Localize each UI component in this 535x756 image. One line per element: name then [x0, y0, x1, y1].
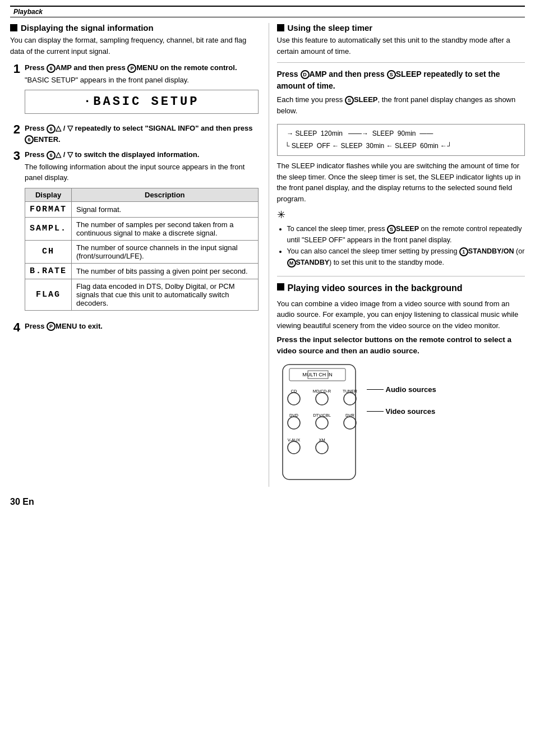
sleep-bullet-1: To cancel the sleep timer, press SSLEEP …	[287, 223, 525, 246]
circle-6-icon: 6	[47, 64, 56, 73]
sleep-press-header: Press DAMP and then press SSLEEP repeate…	[277, 68, 525, 92]
table-display-ch: CH	[25, 240, 72, 263]
audio-sources-label: Audio sources	[367, 385, 436, 394]
page-num-text: 30	[10, 497, 20, 506]
sleep-section-icon	[277, 24, 284, 31]
circle-6c-icon: 6	[25, 135, 34, 144]
page-container: Playback Displaying the signal informati…	[0, 0, 535, 756]
table-col2-header: Description	[72, 188, 258, 201]
step-1-title: Press 6AMP and then press PMENU on the r…	[25, 62, 259, 73]
table-row: CH The number of source channels in the …	[25, 240, 259, 263]
step-3: 3 Press 6△ / ▽ to switch the displayed i…	[10, 149, 259, 316]
signal-section-icon	[10, 24, 17, 31]
circle-s2-icon: S	[345, 96, 354, 105]
remote-svg: MULTI CH IN CD MD/CD-R TUNER DVD DTV/CBL	[277, 362, 367, 485]
table-display-flag: FLAG	[25, 279, 72, 310]
step-3-number: 3	[10, 149, 20, 163]
sleep-section-header: Using the sleep timer	[277, 23, 525, 33]
circle-m-icon: M	[287, 259, 296, 268]
svg-point-9	[344, 393, 356, 405]
svg-point-15	[344, 417, 356, 429]
step-2: 2 Press 6△ / ▽ repeatedly to select "SIG…	[10, 123, 259, 145]
playing-section-title: Playing video sources in the background	[288, 282, 463, 294]
signal-section-title: Displaying the signal information	[21, 23, 154, 33]
step-3-body: The following information about the inpu…	[25, 162, 259, 183]
basic-setup-display: ·BASIC SETUP	[25, 90, 259, 114]
two-col-layout: Displaying the signal information You ca…	[10, 23, 525, 487]
step-1-content: Press 6AMP and then press PMENU on the r…	[25, 62, 259, 118]
svg-point-7	[316, 393, 328, 405]
svg-rect-0	[283, 365, 356, 480]
playing-section-icon	[277, 283, 284, 291]
table-row: FLAG Flag data encoded in DTS, Dolby Dig…	[25, 279, 259, 310]
left-column: Displaying the signal information You ca…	[10, 23, 259, 487]
step-4: 4 Press PMENU to exit.	[10, 321, 259, 334]
note-icon: ✳	[277, 209, 525, 221]
step-1: 1 Press 6AMP and then press PMENU on the…	[10, 62, 259, 118]
divider-1	[277, 62, 525, 63]
step-1-body: "BASIC SETUP" appears in the front panel…	[25, 75, 259, 86]
circle-s-icon: S	[387, 70, 396, 79]
video-sources-text: Video sources	[386, 407, 436, 416]
sleep-after-diagram: The SLEEP indicator flashes while you ar…	[277, 160, 525, 204]
step-3-content: Press 6△ / ▽ to switch the displayed inf…	[25, 149, 259, 316]
signal-section-desc: You can display the format, sampling fre…	[10, 35, 259, 57]
step-2-content: Press 6△ / ▽ repeatedly to select "SIGNA…	[25, 123, 259, 145]
table-row: FORMAT Signal format.	[25, 201, 259, 217]
sleep-row2: └ SLEEP OFF ← SLEEP 30min ← SLEEP 60min …	[283, 140, 519, 153]
svg-point-19	[316, 441, 328, 454]
playing-desc: You can combine a video image from a vid…	[277, 298, 525, 331]
circle-s3-icon: S	[387, 225, 396, 234]
circle-6d-icon: 6	[47, 151, 56, 160]
sleep-section-desc: Use this feature to automatically set th…	[277, 35, 525, 57]
svg-point-5	[288, 393, 300, 405]
page-header: Playback	[10, 6, 525, 17]
circle-p-icon: P	[127, 64, 136, 73]
step-1-number: 1	[10, 62, 20, 76]
table-display-brate: B.RATE	[25, 263, 72, 279]
step-2-number: 2	[10, 123, 20, 136]
page-lang-text: En	[22, 497, 34, 506]
page-number: 30 En	[10, 497, 525, 507]
remote-labels-area: Audio sources Video sources	[367, 362, 436, 416]
table-desc-ch: The number of source channels in the inp…	[72, 240, 258, 263]
header-label: Playback	[13, 8, 43, 16]
step-4-title: Press PMENU to exit.	[25, 321, 259, 332]
divider-2	[277, 276, 525, 276]
playing-press-label: Press the input selector buttons on the …	[277, 334, 525, 357]
svg-point-11	[288, 417, 300, 429]
audio-sources-text: Audio sources	[386, 385, 436, 394]
circle-1-icon: 1	[459, 247, 468, 256]
sleep-body: Each time you press SSLEEP, the front pa…	[277, 94, 525, 116]
svg-point-13	[316, 417, 328, 429]
step-4-number: 4	[10, 321, 20, 334]
table-display-sampl: SAMPL.	[25, 217, 72, 240]
table-display-format: FORMAT	[25, 201, 72, 217]
remote-image-area: MULTI CH IN CD MD/CD-R TUNER DVD DTV/CBL	[277, 362, 367, 487]
sleep-bullet-2: You can also cancel the sleep timer sett…	[287, 246, 525, 268]
table-desc-format: Signal format.	[72, 201, 258, 217]
table-desc-sampl: The number of samples per second taken f…	[72, 217, 258, 240]
playing-section-header: Playing video sources in the background	[277, 282, 525, 294]
circle-p2-icon: P	[47, 322, 56, 331]
table-col1-header: Display	[25, 188, 72, 201]
svg-point-17	[288, 441, 300, 454]
right-column: Using the sleep timer Use this feature t…	[269, 23, 525, 487]
remote-diagram: MULTI CH IN CD MD/CD-R TUNER DVD DTV/CBL	[277, 362, 525, 487]
sleep-diagram: → SLEEP 120min ——→ SLEEP 90min —— └ SLEE…	[277, 124, 525, 156]
step-4-content: Press PMENU to exit.	[25, 321, 259, 332]
video-label-line	[367, 411, 384, 412]
circle-d-icon: D	[301, 70, 310, 79]
audio-label-line	[367, 389, 384, 390]
sleep-row1: → SLEEP 120min ——→ SLEEP 90min ——	[283, 128, 519, 140]
signal-section-header: Displaying the signal information	[10, 23, 259, 33]
circle-6b-icon: 6	[47, 125, 56, 133]
step-2-title: Press 6△ / ▽ repeatedly to select "SIGNA…	[25, 123, 259, 145]
table-desc-brate: The number of bits passing a given point…	[72, 263, 258, 279]
table-row: SAMPL. The number of samples per second …	[25, 217, 259, 240]
table-row: B.RATE The number of bits passing a give…	[25, 263, 259, 279]
video-sources-label: Video sources	[367, 407, 436, 416]
step-3-title: Press 6△ / ▽ to switch the displayed inf…	[25, 149, 259, 160]
sleep-section-title: Using the sleep timer	[288, 23, 373, 33]
info-table: Display Description FORMAT Signal format…	[25, 188, 259, 311]
